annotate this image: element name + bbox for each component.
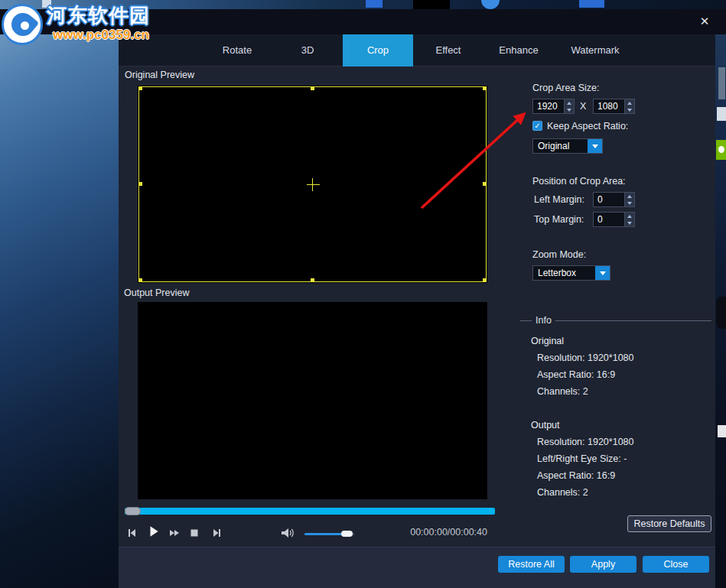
info-row: Channels: 2 bbox=[537, 386, 588, 397]
tab-effect[interactable]: Effect bbox=[413, 34, 483, 67]
top-margin-value[interactable]: 0 bbox=[594, 213, 624, 226]
spin-down-arrow-icon[interactable] bbox=[565, 106, 574, 113]
crop-handle[interactable] bbox=[483, 182, 487, 186]
crop-handle[interactable] bbox=[311, 86, 314, 90]
window-fragment bbox=[413, 0, 450, 9]
play-button[interactable] bbox=[147, 525, 161, 538]
spin-down-arrow-icon[interactable] bbox=[625, 219, 634, 226]
info-original-header: Original bbox=[531, 336, 564, 346]
crop-handle[interactable] bbox=[138, 86, 142, 90]
dialog-footer: Restore All Apply Close bbox=[119, 547, 715, 588]
left-margin-label: Left Margin: bbox=[534, 194, 584, 205]
spin-up-arrow-icon[interactable] bbox=[625, 213, 634, 219]
spin-down-arrow-icon[interactable] bbox=[625, 200, 634, 206]
keep-aspect-label: Keep Aspect Ratio: bbox=[547, 121, 628, 132]
crop-handle[interactable] bbox=[311, 278, 314, 282]
volume-slider[interactable] bbox=[304, 533, 354, 535]
info-output-header: Output bbox=[531, 420, 560, 430]
original-preview-video bbox=[138, 86, 487, 283]
crop-settings-panel: Crop Area Size: 1920 X 1080 ✓ Keep Aspec… bbox=[507, 67, 715, 547]
window-fragment bbox=[579, 0, 604, 8]
aspect-ratio-value: Original bbox=[533, 139, 588, 153]
info-header: Info bbox=[532, 315, 555, 326]
keep-aspect-checkbox[interactable]: ✓ bbox=[532, 121, 542, 131]
crop-width-value[interactable]: 1920 bbox=[533, 99, 564, 113]
crop-height-spinner[interactable]: 1080 bbox=[593, 99, 635, 114]
info-group: Info Original Resolution: 1920*1080 Aspe… bbox=[520, 320, 711, 508]
desktop-fragment bbox=[716, 297, 726, 329]
crop-handle[interactable] bbox=[138, 278, 142, 282]
crop-width-spinner[interactable]: 1920 bbox=[532, 99, 575, 114]
previous-button[interactable] bbox=[125, 527, 138, 539]
spin-up-arrow-icon[interactable] bbox=[625, 193, 634, 200]
seek-handle[interactable] bbox=[125, 507, 141, 515]
stop-button[interactable] bbox=[190, 528, 199, 538]
crop-center-crosshair bbox=[307, 184, 320, 185]
info-row: Resolution: 1920*1080 bbox=[537, 437, 634, 447]
info-row: Channels: 2 bbox=[537, 487, 588, 498]
restore-defaults-button[interactable]: Restore Defaults bbox=[627, 515, 711, 532]
top-margin-spinner[interactable]: 0 bbox=[593, 212, 635, 227]
site-logo-icon bbox=[2, 4, 43, 45]
window-fragment bbox=[481, 0, 500, 9]
site-watermark: 河东软件园 www.pc0359.cn bbox=[2, 4, 150, 45]
spin-down-arrow-icon[interactable] bbox=[625, 106, 634, 113]
info-row: Resolution: 1920*1080 bbox=[537, 352, 634, 363]
tab-watermark[interactable]: Watermark bbox=[554, 34, 636, 67]
apply-button[interactable]: Apply bbox=[570, 556, 636, 573]
tab-3d[interactable]: 3D bbox=[272, 34, 343, 67]
left-margin-value[interactable]: 0 bbox=[594, 193, 624, 206]
dropdown-arrow-icon[interactable] bbox=[588, 139, 602, 153]
size-separator-label: X bbox=[580, 101, 586, 112]
original-preview-label: Original Preview bbox=[125, 70, 194, 80]
watermark-site-url: www.pc0359.cn bbox=[53, 28, 150, 43]
edit-dialog: Rotate 3D Crop Effect Enhance Watermark … bbox=[119, 34, 715, 588]
restore-all-button[interactable]: Restore All bbox=[498, 556, 565, 573]
volume-icon[interactable] bbox=[281, 527, 295, 539]
next-button[interactable] bbox=[211, 527, 223, 539]
volume-fill bbox=[304, 533, 347, 535]
desktop-fragment bbox=[718, 425, 726, 437]
tab-bar: Rotate 3D Crop Effect Enhance Watermark bbox=[119, 34, 715, 67]
tab-enhance[interactable]: Enhance bbox=[483, 34, 554, 67]
desktop-fragment bbox=[717, 107, 726, 121]
aspect-ratio-dropdown[interactable]: Original bbox=[532, 138, 603, 154]
output-preview-label: Output Preview bbox=[124, 288, 189, 298]
crop-height-value[interactable]: 1080 bbox=[594, 99, 624, 113]
spin-up-arrow-icon[interactable] bbox=[625, 99, 634, 106]
time-display: 00:00:00/00:00:40 bbox=[394, 527, 487, 538]
zoom-mode-label: Zoom Mode: bbox=[532, 249, 586, 260]
volume-handle[interactable] bbox=[341, 531, 353, 537]
top-margin-label: Top Margin: bbox=[534, 214, 584, 225]
left-margin-spinner[interactable]: 0 bbox=[593, 192, 635, 207]
desktop-background-left bbox=[0, 0, 119, 588]
crop-handle[interactable] bbox=[483, 278, 487, 282]
info-row: Left/Right Eye Size: - bbox=[537, 453, 627, 464]
close-icon[interactable]: ✕ bbox=[698, 15, 711, 28]
zoom-mode-dropdown[interactable]: Letterbox bbox=[532, 265, 610, 281]
output-preview-video bbox=[138, 302, 487, 499]
crop-handle[interactable] bbox=[483, 86, 487, 90]
info-row: Aspect Ratio: 16:9 bbox=[537, 470, 615, 481]
crop-handle[interactable] bbox=[138, 182, 142, 186]
info-row: Aspect Ratio: 16:9 bbox=[537, 369, 615, 380]
position-label: Position of Crop Area: bbox=[532, 176, 626, 187]
crop-center-crosshair bbox=[312, 178, 313, 191]
nvidia-badge-fragment bbox=[716, 140, 726, 160]
window-fragment bbox=[366, 0, 383, 8]
close-button[interactable]: Close bbox=[643, 556, 709, 573]
dropdown-arrow-icon[interactable] bbox=[595, 266, 610, 280]
seek-bar[interactable] bbox=[125, 508, 495, 515]
tab-crop[interactable]: Crop bbox=[343, 34, 413, 67]
zoom-mode-value: Letterbox bbox=[533, 266, 595, 280]
tab-rotate[interactable]: Rotate bbox=[202, 34, 272, 67]
fast-forward-button[interactable] bbox=[168, 527, 181, 539]
spin-up-arrow-icon[interactable] bbox=[565, 99, 574, 106]
crop-area-size-label: Crop Area Size: bbox=[532, 83, 600, 93]
desktop-fragment bbox=[718, 67, 725, 99]
desktop-background-right bbox=[715, 0, 726, 588]
watermark-site-name: 河东软件园 bbox=[47, 4, 150, 27]
crop-area-rectangle[interactable] bbox=[138, 86, 487, 282]
